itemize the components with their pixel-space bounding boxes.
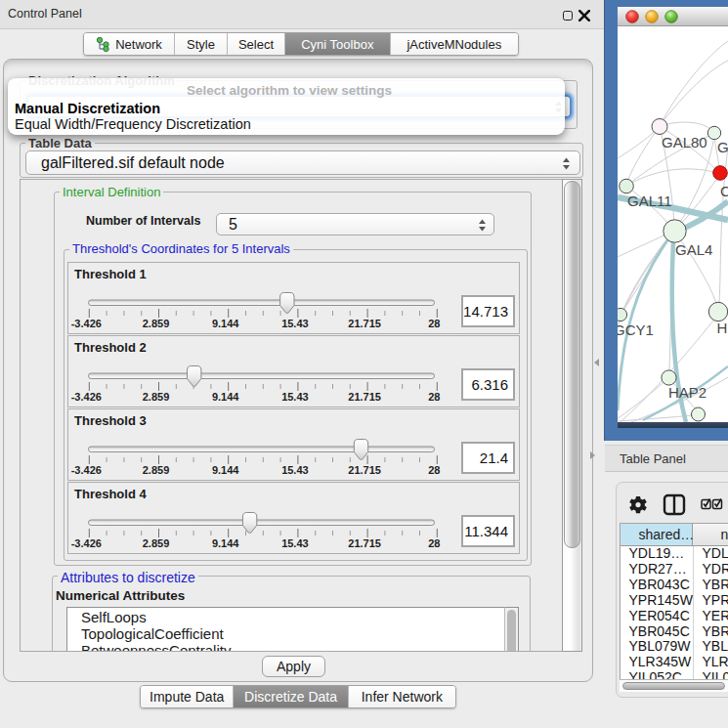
svg-text:9.144: 9.144 xyxy=(212,537,239,549)
svg-text:HAP2: HAP2 xyxy=(668,384,707,401)
svg-text:15.43: 15.43 xyxy=(281,391,309,403)
svg-text:GAL80: GAL80 xyxy=(662,134,707,150)
svg-text:-3.426: -3.426 xyxy=(71,318,102,329)
svg-text:9.144: 9.144 xyxy=(212,318,239,329)
svg-text:GAL4: GAL4 xyxy=(675,241,712,258)
svg-text:15.43: 15.43 xyxy=(281,318,309,329)
svg-text:2.859: 2.859 xyxy=(143,537,170,549)
svg-text:28: 28 xyxy=(428,391,440,403)
svg-text:28: 28 xyxy=(428,464,440,476)
svg-text:GAL2: GAL2 xyxy=(717,139,728,155)
svg-text:CRM1: CRM1 xyxy=(720,183,728,199)
svg-text:21.715: 21.715 xyxy=(348,391,381,403)
svg-text:-3.426: -3.426 xyxy=(71,537,102,549)
svg-text:-3.426: -3.426 xyxy=(71,391,102,403)
svg-text:GAL11: GAL11 xyxy=(627,193,672,209)
svg-text:HIS4: HIS4 xyxy=(717,320,728,336)
svg-text:28: 28 xyxy=(428,537,440,549)
svg-text:9.144: 9.144 xyxy=(212,464,239,476)
svg-text:21.715: 21.715 xyxy=(348,318,381,329)
svg-text:28: 28 xyxy=(428,318,440,329)
svg-text:15.43: 15.43 xyxy=(281,464,309,476)
svg-text:-3.426: -3.426 xyxy=(71,464,102,476)
svg-text:2.859: 2.859 xyxy=(143,318,170,329)
svg-text:9.144: 9.144 xyxy=(212,391,239,403)
svg-text:2.859: 2.859 xyxy=(143,464,170,476)
svg-text:GCY1: GCY1 xyxy=(618,321,654,338)
svg-text:15.43: 15.43 xyxy=(281,537,309,549)
svg-text:21.715: 21.715 xyxy=(348,464,381,476)
svg-text:21.715: 21.715 xyxy=(348,537,381,549)
svg-text:2.859: 2.859 xyxy=(143,391,170,403)
